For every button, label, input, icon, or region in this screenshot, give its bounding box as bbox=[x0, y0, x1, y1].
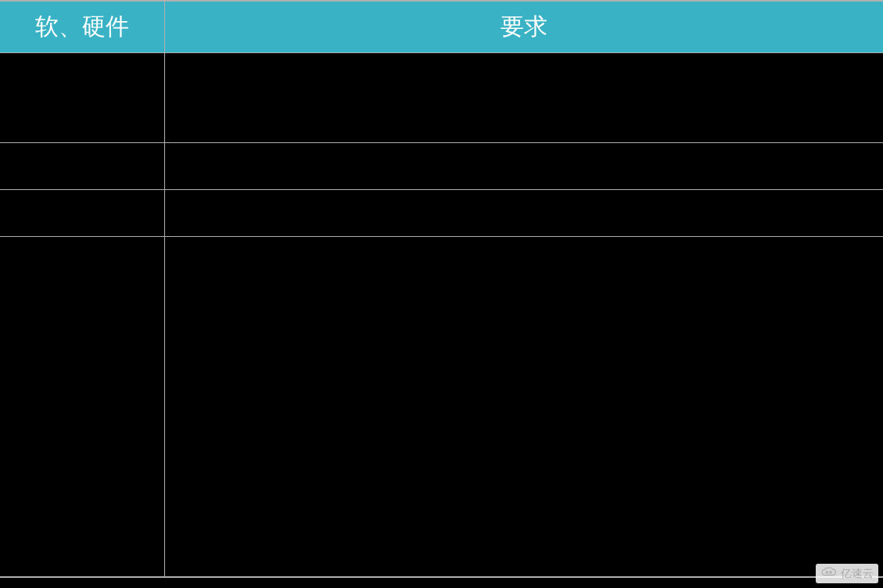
svg-point-0 bbox=[826, 572, 828, 574]
cell-category bbox=[0, 143, 164, 190]
table-row bbox=[0, 190, 883, 237]
table-header-row: 软、硬件 要求 bbox=[0, 2, 883, 53]
cell-category bbox=[0, 237, 164, 577]
header-requirements: 要求 bbox=[164, 2, 883, 53]
table-row bbox=[0, 237, 883, 577]
cell-category bbox=[0, 190, 164, 237]
cell-category bbox=[0, 53, 164, 143]
cell-requirement bbox=[164, 143, 883, 190]
cloud-icon bbox=[820, 566, 838, 581]
watermark-text: 亿速云 bbox=[841, 567, 874, 581]
cell-requirement bbox=[164, 190, 883, 237]
header-software-hardware: 软、硬件 bbox=[0, 2, 164, 53]
watermark: 亿速云 bbox=[816, 564, 878, 583]
table-row bbox=[0, 53, 883, 143]
cell-requirement bbox=[164, 237, 883, 577]
svg-point-1 bbox=[830, 572, 832, 574]
requirements-table-container: 软、硬件 要求 bbox=[0, 0, 883, 578]
requirements-table: 软、硬件 要求 bbox=[0, 2, 883, 578]
cell-requirement bbox=[164, 53, 883, 143]
table-row bbox=[0, 143, 883, 190]
